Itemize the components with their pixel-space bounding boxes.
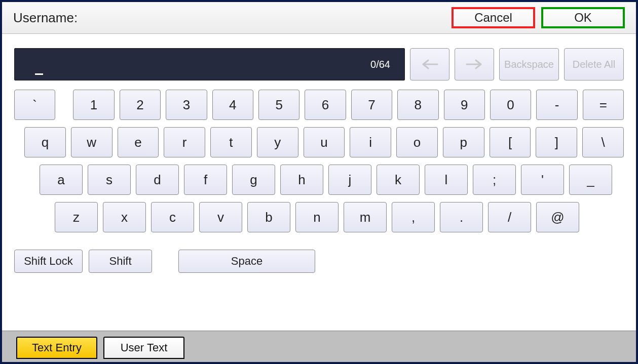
key-f[interactable]: f [184,165,227,195]
key-o[interactable]: o [396,127,438,157]
backspace-button[interactable]: Backspace [499,48,559,80]
key-u[interactable]: u [304,127,345,157]
key-l[interactable]: l [425,165,468,195]
key--[interactable]: - [536,90,577,120]
key-'[interactable]: ' [521,165,564,195]
arrow-right-icon [466,59,483,70]
key-n[interactable]: n [295,202,339,232]
key-\[interactable]: \ [582,127,624,157]
key-y[interactable]: y [257,127,298,157]
key-m[interactable]: m [344,202,387,232]
key-a[interactable]: a [40,165,83,195]
key-q[interactable]: q [24,127,66,157]
key-p[interactable]: p [443,127,484,157]
key-`[interactable]: ` [14,90,55,120]
key-.[interactable]: . [440,202,483,232]
control-row: Shift Lock Shift Space [14,250,624,273]
tab-bar: Text Entry User Text [2,331,636,362]
key-@[interactable]: @ [536,202,579,232]
delete-all-button[interactable]: Delete All [564,48,624,80]
key-t[interactable]: t [210,127,252,157]
key-row-4: zxcvbnm,./@ [14,202,624,232]
keyboard: `1234567890-= qwertyuiop[]\ asdfghjkl;'_… [14,90,624,273]
key-j[interactable]: j [328,165,371,195]
key-2[interactable]: 2 [120,90,161,120]
key-w[interactable]: w [71,127,112,157]
shift-lock-key[interactable]: Shift Lock [14,250,83,273]
space-key[interactable]: Space [178,250,315,273]
key-9[interactable]: 9 [444,90,485,120]
key-4[interactable]: 4 [212,90,253,120]
key-1[interactable]: 1 [73,90,114,120]
key-s[interactable]: s [88,165,131,195]
screen: Username: Cancel OK 0/64 Backspace D [0,0,638,364]
text-cursor [35,73,43,75]
key-0[interactable]: 0 [490,90,531,120]
tab-user-text[interactable]: User Text [103,337,184,359]
body: 0/64 Backspace Delete All `1234567890-= … [2,34,636,331]
key-3[interactable]: 3 [166,90,207,120]
title-bar: Username: Cancel OK [2,2,636,34]
cursor-right-button[interactable] [455,48,494,80]
key-row-3: asdfghjkl;'_ [14,165,624,195]
key-x[interactable]: x [103,202,146,232]
key-h[interactable]: h [280,165,323,195]
shift-key[interactable]: Shift [89,250,152,273]
title-actions: Cancel OK [452,7,625,28]
field-label: Username: [13,10,78,26]
key-row-1: `1234567890-= [14,90,624,120]
cancel-button[interactable]: Cancel [452,7,535,28]
key-z[interactable]: z [55,202,98,232]
key-b[interactable]: b [247,202,290,232]
key-8[interactable]: 8 [397,90,438,120]
arrow-left-icon [421,59,438,70]
char-counter: 0/64 [370,59,390,70]
key-i[interactable]: i [350,127,391,157]
ok-button[interactable]: OK [541,7,625,28]
key-d[interactable]: d [136,165,179,195]
key-7[interactable]: 7 [351,90,392,120]
entry-row: 0/64 Backspace Delete All [14,48,624,80]
key-e[interactable]: e [118,127,159,157]
key-;[interactable]: ; [473,165,516,195]
key-_[interactable]: _ [569,165,612,195]
tab-text-entry[interactable]: Text Entry [16,337,97,359]
key-=[interactable]: = [583,90,624,120]
text-input[interactable]: 0/64 [14,48,405,80]
key-,[interactable]: , [392,202,435,232]
key-g[interactable]: g [232,165,275,195]
key-5[interactable]: 5 [258,90,299,120]
key-6[interactable]: 6 [305,90,346,120]
key-[[interactable]: [ [490,127,531,157]
key-/[interactable]: / [488,202,531,232]
cursor-left-button[interactable] [410,48,449,80]
key-][interactable]: ] [536,127,577,157]
key-k[interactable]: k [377,165,420,195]
key-v[interactable]: v [199,202,242,232]
key-c[interactable]: c [151,202,194,232]
key-row-2: qwertyuiop[]\ [14,127,624,157]
key-r[interactable]: r [164,127,205,157]
